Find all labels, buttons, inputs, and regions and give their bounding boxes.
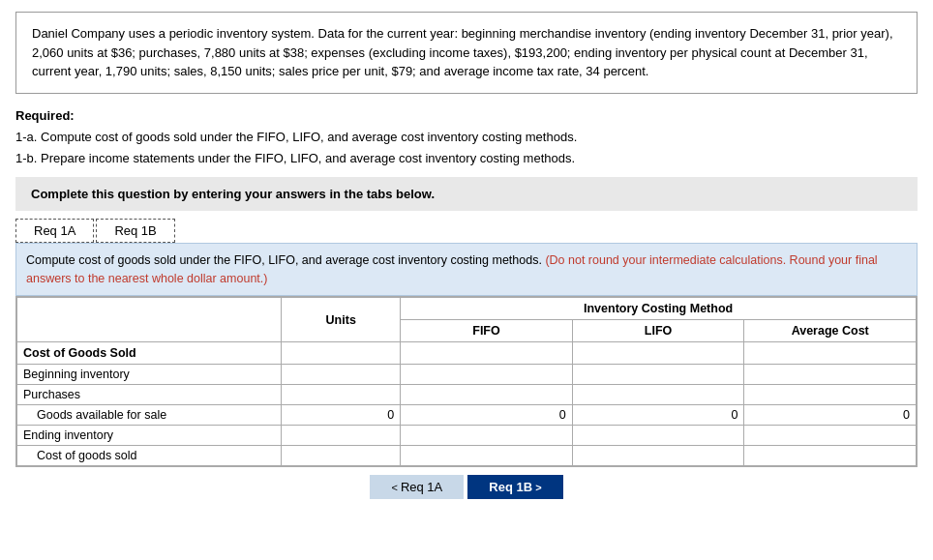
input-lifo-3[interactable]	[579, 428, 738, 442]
row-label-0: Beginning inventory	[17, 365, 282, 385]
req-1a-text: 1-a. Compute cost of goods sold under th…	[15, 127, 918, 148]
row-units-1[interactable]	[282, 385, 401, 405]
input-avg-4[interactable]	[750, 449, 910, 462]
next-button[interactable]: Req 1B >	[467, 475, 562, 499]
row-fifo-1[interactable]	[401, 385, 573, 405]
row-avg-4[interactable]	[744, 446, 917, 466]
nav-buttons: < Req 1A Req 1B >	[15, 475, 918, 499]
input-avg-0[interactable]	[750, 368, 910, 381]
row-lifo-4[interactable]	[572, 446, 744, 466]
input-fifo-3[interactable]	[406, 428, 566, 442]
col-header-avg: Average Cost	[744, 320, 917, 342]
input-units-4[interactable]	[287, 449, 394, 462]
input-units-1[interactable]	[287, 388, 394, 401]
tabs-container: Req 1A Req 1B	[15, 219, 918, 243]
row-label-3: Ending inventory	[17, 426, 282, 446]
problem-text: Daniel Company uses a periodic inventory…	[32, 26, 893, 78]
problem-box: Daniel Company uses a periodic inventory…	[15, 12, 918, 94]
instruction-text: Complete this question by entering your …	[31, 187, 435, 201]
compute-main-text: Compute cost of goods sold under the FIF…	[26, 253, 545, 267]
tab-req1a[interactable]: Req 1A	[15, 219, 94, 243]
row-fifo-4[interactable]	[401, 446, 573, 466]
input-fifo-4[interactable]	[406, 449, 566, 462]
row-label-4: Cost of goods sold	[17, 446, 282, 466]
row-units-0[interactable]	[282, 365, 401, 385]
input-lifo-1[interactable]	[579, 388, 738, 401]
row-avg-3[interactable]	[744, 426, 917, 446]
col-header-label	[17, 298, 282, 342]
col-header-lifo: LIFO	[572, 320, 744, 342]
row-fifo-0[interactable]	[401, 365, 573, 385]
input-lifo-4[interactable]	[579, 449, 738, 462]
cogs-table: Units Inventory Costing Method FIFO LIFO…	[16, 297, 917, 466]
required-section: Required: 1-a. Compute cost of goods sol…	[15, 105, 918, 169]
compute-instruction: Compute cost of goods sold under the FIF…	[15, 243, 918, 297]
row-label-1: Purchases	[17, 385, 282, 405]
row-avg-0[interactable]	[744, 365, 917, 385]
required-title: Required:	[15, 108, 75, 123]
col-sub-header-lifo	[572, 342, 744, 365]
req-1b-text: 1-b. Prepare income statements under the…	[15, 148, 918, 169]
input-fifo-1[interactable]	[406, 388, 566, 401]
input-avg-3[interactable]	[750, 428, 910, 442]
table-wrapper: Units Inventory Costing Method FIFO LIFO…	[15, 296, 918, 467]
row-lifo-0[interactable]	[572, 365, 744, 385]
instruction-box: Complete this question by entering your …	[15, 177, 918, 211]
row-avg-1[interactable]	[744, 385, 917, 405]
input-lifo-0[interactable]	[579, 368, 738, 381]
row-lifo-3[interactable]	[572, 426, 744, 446]
input-units-3[interactable]	[287, 428, 394, 442]
prev-label: Req 1A	[401, 480, 442, 494]
col-sub-header-label: Cost of Goods Sold	[17, 342, 282, 365]
col-header-group: Inventory Costing Method	[401, 298, 917, 320]
input-units-0[interactable]	[287, 368, 394, 381]
row-units-2: 0	[282, 405, 401, 426]
row-units-4[interactable]	[282, 446, 401, 466]
row-units-3[interactable]	[282, 426, 401, 446]
row-avg-2: 0	[744, 405, 917, 426]
col-sub-header-avg	[744, 342, 917, 365]
input-fifo-0[interactable]	[406, 368, 566, 381]
col-header-units: Units	[282, 298, 401, 342]
col-sub-header-fifo	[401, 342, 573, 365]
col-header-fifo: FIFO	[401, 320, 573, 342]
row-label-2: Goods available for sale	[17, 405, 282, 426]
next-chevron: >	[532, 482, 541, 493]
row-lifo-2: 0	[572, 405, 744, 426]
prev-button[interactable]: < Req 1A	[370, 475, 464, 499]
prev-chevron: <	[391, 482, 400, 493]
tab-req1b[interactable]: Req 1B	[96, 219, 174, 243]
row-fifo-3[interactable]	[401, 426, 573, 446]
row-fifo-2: 0	[401, 405, 573, 426]
next-label: Req 1B	[489, 480, 532, 494]
input-avg-1[interactable]	[750, 388, 910, 401]
col-sub-header-units	[282, 342, 401, 365]
row-lifo-1[interactable]	[572, 385, 744, 405]
